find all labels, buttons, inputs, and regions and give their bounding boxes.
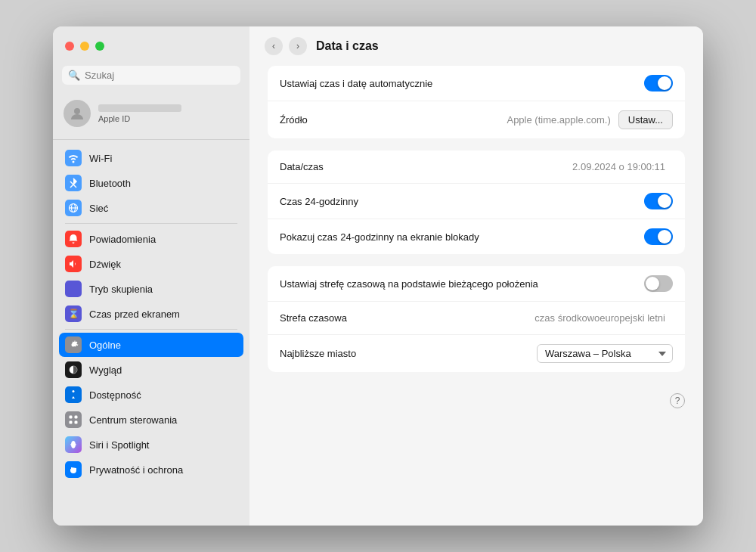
miasto-select[interactable]: Warszawa – Polska Kraków – Polska Gdańsk…	[537, 344, 673, 363]
apple-id-section[interactable]: Apple ID	[53, 94, 249, 136]
data-czas-label: Data/czas	[280, 161, 572, 172]
row-auto-time: Ustawiaj czas i datę automatycznie	[268, 66, 685, 101]
sidebar-item-ogolne[interactable]: Ogólne	[59, 333, 243, 357]
sidebar-divider	[53, 139, 249, 140]
maximize-button[interactable]	[95, 42, 104, 51]
forward-button[interactable]: ›	[289, 37, 307, 55]
sidebar-item-czas-przed-ekranem-label: Czas przed ekranem	[89, 309, 180, 320]
settings-group-3: Ustawiaj strefę czasową na podstawie bie…	[268, 266, 685, 372]
sidebar-item-ogolne-label: Ogólne	[89, 340, 121, 351]
sidebar-item-siri[interactable]: Siri i Spotlight	[59, 433, 243, 457]
czas-24-blokada-toggle[interactable]	[644, 228, 673, 245]
main-titlebar: ‹ › Data i czas	[249, 26, 703, 66]
search-box[interactable]: 🔍	[62, 66, 240, 85]
zrodlo-value: Apple (time.apple.com.)	[507, 114, 610, 126]
settings-group-1: Ustawiaj czas i datę automatycznie Źródł…	[268, 66, 685, 138]
svg-rect-8	[70, 416, 73, 419]
sidebar-item-dzwiek[interactable]: Dźwięk	[59, 252, 243, 276]
settings-group-2: Data/czas 2.09.2024 o 19:00:11 Czas 24-g…	[268, 150, 685, 254]
svg-point-7	[73, 390, 75, 392]
toggle-knob-2	[658, 194, 671, 208]
help-button[interactable]: ?	[670, 393, 685, 408]
czas-24-toggle[interactable]	[644, 193, 673, 209]
sidebar-item-powiadomienia[interactable]: Powiadomienia	[59, 227, 243, 251]
strefa-value: czas środkowoeuropejski letni	[534, 312, 665, 324]
svg-rect-9	[75, 416, 78, 419]
row-strefa: Strefa czasowa czas środkowoeuropejski l…	[268, 302, 685, 335]
appearance-icon	[65, 361, 82, 378]
sidebar: 🔍 Apple ID	[53, 26, 249, 526]
row-czas-24: Czas 24-godzinny	[268, 184, 685, 219]
sidebar-item-centrum-sterowania-label: Centrum sterowania	[89, 414, 177, 426]
minimize-button[interactable]	[80, 42, 89, 51]
sidebar-item-dostepnosc-label: Dostępność	[89, 389, 141, 401]
sidebar-list: Wi-Fi Bluetooth	[53, 143, 249, 526]
zrodlo-label: Źródło	[280, 114, 507, 126]
ustaw-button[interactable]: Ustaw...	[618, 110, 673, 129]
sidebar-item-bluetooth[interactable]: Bluetooth	[59, 171, 243, 195]
svg-rect-10	[70, 421, 73, 424]
czas-24-blokada-label: Pokazuj czas 24-godzinny na ekranie blok…	[280, 231, 644, 243]
miasto-label: Najbliższe miasto	[280, 348, 537, 359]
sidebar-item-dzwiek-label: Dźwięk	[89, 259, 121, 270]
auto-strefa-toggle[interactable]	[644, 275, 673, 292]
avatar	[64, 100, 91, 127]
hourglass-icon: ⌛	[65, 305, 82, 322]
sidebar-item-siec[interactable]: Sieć	[59, 196, 243, 220]
main-content: ‹ › Data i czas Ustawiaj czas i datę aut…	[249, 26, 703, 526]
close-button[interactable]	[65, 42, 74, 51]
apple-id-name	[98, 104, 181, 112]
czas-24-label: Czas 24-godzinny	[280, 196, 644, 207]
toggle-knob-3	[658, 230, 671, 243]
sidebar-item-tryb-skupienia[interactable]: Tryb skupienia	[59, 277, 243, 301]
main-window: 🔍 Apple ID	[53, 26, 703, 526]
apple-id-text: Apple ID	[98, 104, 181, 123]
control-icon	[65, 411, 82, 428]
svg-line-2	[70, 185, 73, 188]
speaker-icon	[65, 256, 82, 272]
sidebar-item-dostepnosc[interactable]: Dostępność	[59, 383, 243, 407]
moon-icon	[65, 281, 82, 297]
svg-rect-11	[75, 421, 78, 424]
sidebar-item-powiadomienia-label: Powiadomienia	[89, 234, 156, 245]
accessibility-icon	[65, 386, 82, 403]
siri-icon	[65, 436, 82, 453]
hand-icon	[65, 461, 82, 478]
bluetooth-icon	[65, 175, 82, 191]
sidebar-item-wyglad-label: Wygląd	[89, 364, 122, 376]
sidebar-item-prywatnosc-label: Prywatność i ochrona	[89, 464, 183, 476]
sidebar-item-siec-label: Sieć	[89, 203, 108, 214]
search-input[interactable]	[85, 70, 234, 81]
sidebar-item-siri-label: Siri i Spotlight	[89, 439, 149, 451]
apple-id-label: Apple ID	[98, 114, 181, 123]
sidebar-item-bluetooth-label: Bluetooth	[89, 178, 131, 189]
wifi-icon	[65, 150, 82, 166]
svg-point-0	[74, 108, 80, 114]
data-czas-value: 2.09.2024 o 19:00:11	[572, 161, 665, 172]
sidebar-item-wifi-label: Wi-Fi	[89, 153, 112, 164]
auto-strefa-label: Ustawiaj strefę czasową na podstawie bie…	[280, 278, 644, 290]
gear-icon	[65, 336, 82, 353]
strefa-label: Strefa czasowa	[280, 312, 534, 324]
sidebar-item-wyglad[interactable]: Wygląd	[59, 358, 243, 382]
divider2	[65, 223, 237, 224]
sidebar-item-czas-przed-ekranem[interactable]: ⌛ Czas przed ekranem	[59, 302, 243, 326]
content-area: Ustawiaj czas i datę automatycznie Źródł…	[249, 66, 703, 526]
row-data-czas: Data/czas 2.09.2024 o 19:00:11	[268, 150, 685, 184]
sidebar-item-prywatnosc[interactable]: Prywatność i ochrona	[59, 457, 243, 482]
globe-icon	[65, 200, 82, 216]
row-czas-24-blokada: Pokazuj czas 24-godzinny na ekranie blok…	[268, 219, 685, 254]
bottom-row: ?	[268, 384, 685, 411]
back-button[interactable]: ‹	[265, 37, 283, 55]
auto-time-toggle[interactable]	[644, 75, 673, 91]
sidebar-item-centrum-sterowania[interactable]: Centrum sterowania	[59, 408, 243, 432]
auto-time-label: Ustawiaj czas i datę automatycznie	[280, 78, 644, 89]
sidebar-item-tryb-skupienia-label: Tryb skupienia	[89, 284, 153, 295]
row-zrodlo: Źródło Apple (time.apple.com.) Ustaw...	[268, 101, 685, 138]
divider3	[65, 329, 237, 330]
sidebar-item-wifi[interactable]: Wi-Fi	[59, 146, 243, 170]
toggle-knob-4	[646, 277, 659, 290]
search-icon: 🔍	[68, 70, 80, 81]
svg-line-1	[70, 181, 73, 185]
row-miasto: Najbliższe miasto Warszawa – Polska Krak…	[268, 335, 685, 372]
